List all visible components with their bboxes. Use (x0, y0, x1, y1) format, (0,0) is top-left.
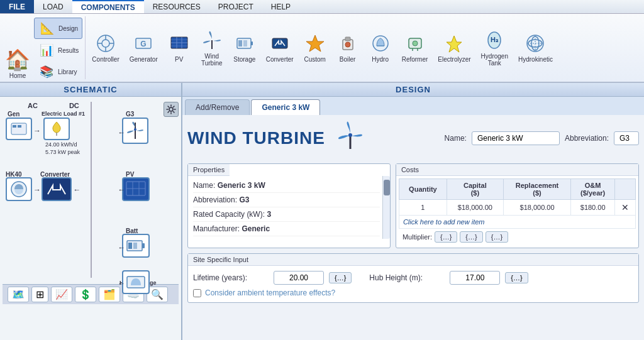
search-button[interactable]: 🔍 (147, 287, 168, 302)
schematic-title: SCHEMATIC (0, 83, 181, 97)
library-button[interactable]: 📚 Library (34, 62, 82, 82)
home-button[interactable]: 🏠 Home (3, 47, 33, 82)
costs-data-row: 1 $18,000.00 $18,000.00 $180.00 ✕ (399, 200, 635, 216)
ribbon: 🏠 Home 📐 Design 📊 Results 📚 Library View (0, 14, 644, 83)
custom-button[interactable]: Custom (300, 30, 330, 65)
abbreviation-input[interactable] (614, 131, 639, 145)
map-button[interactable]: 🗺️ (8, 287, 29, 302)
electric-load-component[interactable] (43, 118, 70, 140)
lifetime-row: Lifetime (years): {…} Hub Height (m): {…… (193, 271, 633, 285)
lifetime-expr-btn[interactable]: {…} (329, 272, 352, 283)
grid-button[interactable]: ⊞ (31, 287, 48, 302)
library-icon: 📚 (38, 63, 55, 80)
generator-button[interactable]: G Generator (126, 30, 162, 65)
schematic-diagram: AC DC Gen → Electric Load #1 24.00 kWh/d… (3, 102, 179, 284)
properties-list: Name: Generic 3 kW Abbreviation: G3 Rate… (188, 176, 390, 239)
tab-bar: Add/Remove Generic 3 kW (182, 97, 644, 115)
hk40-component[interactable] (6, 177, 32, 201)
gen-component[interactable] (6, 118, 32, 140)
view-group: 🏠 Home 📐 Design 📊 Results 📚 Library View (0, 16, 86, 79)
hub-height-expr-btn[interactable]: {…} (505, 272, 528, 283)
svg-rect-47 (142, 243, 145, 248)
hub-height-label: Hub Height (m): (369, 273, 445, 282)
pv-button[interactable]: PV (164, 30, 194, 65)
multiplier-replacement-btn[interactable]: {…} (460, 231, 482, 243)
file-menu[interactable]: FILE (0, 0, 34, 13)
costs-title: Costs (396, 164, 638, 176)
results-icon: 📊 (38, 41, 55, 59)
design-icon: 📐 (38, 19, 56, 37)
schematic-panel: SCHEMATIC AC DC Gen → Electric L (0, 83, 182, 340)
converter-component[interactable] (42, 177, 72, 201)
electrolyzer-label: Electrolyzer (438, 56, 470, 63)
multiplier-row: Multiplier: {…} {…} {…} (399, 229, 636, 245)
hydrokinetic-button[interactable]: Hydrokinetic (514, 30, 557, 65)
cell-replacement: $18,000.00 (503, 200, 571, 216)
tab-generic-3kw[interactable]: Generic 3 kW (251, 99, 320, 115)
add-item-label[interactable]: Click here to add new item (399, 216, 635, 229)
reformer-label: Reformer (402, 56, 428, 63)
ac-dc-divider (91, 102, 92, 278)
lifetime-input[interactable] (274, 271, 324, 285)
hydrogen-tank-button[interactable]: H₂ HydrogenTank (477, 27, 512, 69)
g3-component[interactable] (122, 118, 148, 144)
load-info: 24.00 kWh/d5.73 kW peak (45, 141, 80, 156)
wind-turbine-button[interactable]: WindTurbine (197, 27, 227, 69)
controller-icon (94, 32, 117, 55)
load-menu[interactable]: LOAD (34, 0, 72, 13)
pv-component[interactable] (122, 177, 150, 201)
home-icon: 🏠 (6, 48, 29, 71)
boiler-button[interactable]: Boiler (333, 30, 363, 65)
costs-table: Quantity Capital($) Replacement($) O&M($… (399, 178, 636, 229)
wind-turbine-label: WindTurbine (201, 53, 223, 67)
resources-menu[interactable]: RESOURCES (144, 0, 209, 13)
g3-arrow: → (118, 128, 125, 137)
controller-button[interactable]: Controller (88, 30, 123, 65)
dc-label: DC (69, 102, 79, 109)
library-label: Library (58, 69, 77, 76)
batt-component[interactable] (122, 234, 150, 258)
svg-text:G: G (141, 40, 147, 48)
svg-rect-23 (345, 37, 350, 41)
hydro-button[interactable]: Hydro (365, 30, 396, 65)
ambient-temp-checkbox[interactable] (193, 289, 201, 297)
svg-rect-49 (133, 243, 137, 249)
multiplier-om-btn[interactable]: {…} (486, 231, 508, 243)
help-menu[interactable]: HELP (262, 0, 299, 13)
results-button[interactable]: 📊 Results (34, 40, 82, 60)
hydrogen-tank-icon: H₂ (483, 29, 506, 52)
svg-text:H₂: H₂ (491, 36, 499, 43)
delete-row-button[interactable]: ✕ (614, 200, 635, 216)
name-input[interactable] (472, 131, 560, 145)
tab-add-remove[interactable]: Add/Remove (185, 99, 250, 115)
props-scroll-thumb (384, 180, 390, 195)
electrolyzer-icon (443, 32, 465, 55)
hydrostorage-component[interactable] (122, 270, 150, 294)
hub-height-input[interactable] (450, 271, 500, 285)
costs-header-row: Quantity Capital($) Replacement($) O&M($… (399, 179, 635, 200)
electrolyzer-button[interactable]: Electrolyzer (434, 30, 474, 65)
components-menu[interactable]: COMPONENTS (72, 0, 144, 13)
schematic-settings-button[interactable] (164, 102, 179, 117)
storage-button[interactable]: Storage (230, 30, 260, 65)
cost-button[interactable]: 💲 (75, 287, 96, 302)
layers-button[interactable]: 🗂️ (99, 287, 120, 302)
batt-arrow: → (118, 243, 125, 252)
cell-quantity: 1 (399, 200, 447, 216)
project-menu[interactable]: PROJECT (209, 0, 262, 13)
wt-name-row: Name: Abbreviation: (445, 131, 639, 145)
pv-icon (168, 32, 191, 55)
chart-button[interactable]: 📈 (51, 287, 72, 302)
menu-bar: FILE LOAD COMPONENTS RESOURCES PROJECT H… (0, 0, 644, 14)
cell-om: $180.00 (571, 200, 615, 216)
props-scrollbar[interactable] (382, 176, 390, 239)
multiplier-capital-btn[interactable]: {…} (435, 231, 457, 243)
svg-point-53 (348, 133, 352, 137)
converter-button[interactable]: Converter (262, 30, 297, 65)
reformer-button[interactable]: Reformer (398, 30, 432, 65)
add-item-row[interactable]: Click here to add new item (399, 216, 635, 229)
site-specific-content: Lifetime (years): {…} Hub Height (m): {…… (188, 266, 638, 302)
design-button[interactable]: 📐 Design (34, 18, 82, 39)
site-specific-title: Site Specific Input (188, 254, 638, 266)
svg-point-24 (345, 42, 350, 47)
